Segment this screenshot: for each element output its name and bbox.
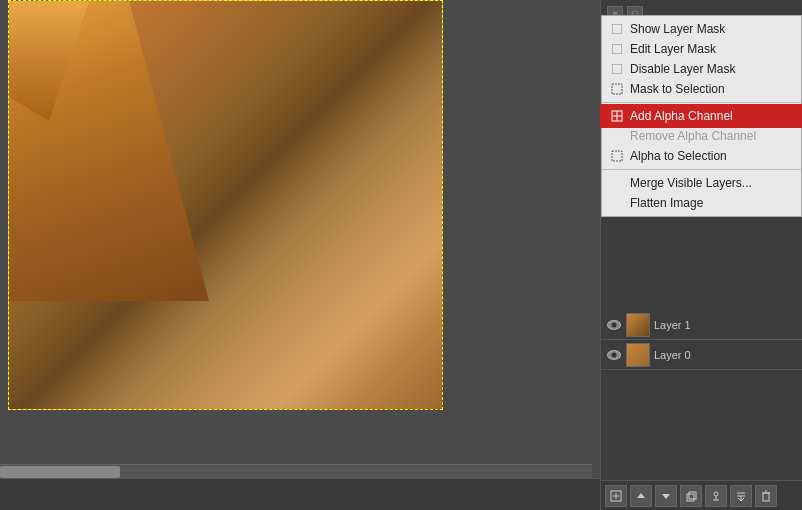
layer-thumb-1	[626, 343, 650, 367]
separator-2	[602, 169, 801, 170]
layer-visibility-1[interactable]	[605, 346, 623, 364]
h-scrollbar[interactable]	[0, 464, 592, 478]
canvas-image	[8, 0, 443, 410]
edit-layer-mask-label: Edit Layer Mask	[630, 42, 716, 56]
merge-down-icon	[735, 490, 747, 502]
anchor-layer-button[interactable]	[705, 485, 727, 507]
lower-layer-icon	[661, 491, 671, 501]
svg-rect-19	[763, 493, 769, 501]
svg-rect-3	[612, 84, 622, 94]
canvas-area	[0, 0, 600, 510]
remove-alpha-icon	[610, 129, 624, 143]
lower-layer-button[interactable]	[655, 485, 677, 507]
add-alpha-channel-label: Add Alpha Channel	[630, 109, 733, 123]
svg-rect-1	[612, 44, 622, 54]
duplicate-layer-button[interactable]	[680, 485, 702, 507]
flatten-image-label: Flatten Image	[630, 196, 703, 210]
layer-thumb-0	[626, 313, 650, 337]
svg-rect-0	[612, 24, 622, 34]
checkbox-icon2	[612, 44, 622, 54]
checkbox-show-layer-mask	[610, 22, 624, 36]
checkbox-icon	[612, 24, 622, 34]
menu-item-show-layer-mask[interactable]: Show Layer Mask	[602, 19, 801, 39]
layer-name-0: Layer 1	[654, 319, 691, 331]
svg-rect-12	[689, 492, 696, 499]
anchor-icon	[710, 490, 722, 502]
svg-point-13	[714, 492, 718, 496]
alpha-to-selection-label: Alpha to Selection	[630, 149, 727, 163]
new-layer-icon	[610, 490, 622, 502]
selection-icon	[611, 83, 623, 95]
layer-item-1[interactable]: Layer 0	[601, 340, 802, 370]
menu-item-alpha-to-selection[interactable]: Alpha to Selection	[602, 146, 801, 166]
menu-item-remove-alpha-channel[interactable]: Remove Alpha Channel	[602, 126, 801, 146]
layer-visibility-0[interactable]	[605, 316, 623, 334]
svg-rect-11	[687, 494, 694, 501]
menu-item-add-alpha-channel[interactable]: Add Alpha Channel	[602, 106, 801, 126]
add-alpha-icon	[610, 109, 624, 123]
delete-layer-icon	[760, 490, 772, 502]
layer-bottom-toolbar	[601, 480, 802, 510]
mask-to-selection-icon	[610, 82, 624, 96]
scrollbar-thumb[interactable]	[0, 466, 120, 478]
checkbox-edit-layer-mask	[610, 42, 624, 56]
remove-alpha-channel-label: Remove Alpha Channel	[630, 129, 756, 143]
menu-item-flatten-image[interactable]: Flatten Image	[602, 193, 801, 213]
menu-item-mask-to-selection[interactable]: Mask to Selection	[602, 79, 801, 99]
svg-rect-2	[612, 64, 622, 74]
raise-layer-button[interactable]	[630, 485, 652, 507]
merge-visible-layers-label: Merge Visible Layers...	[630, 176, 752, 190]
alpha-channel-icon	[611, 110, 623, 122]
merge-visible-icon	[610, 176, 624, 190]
new-layer-button[interactable]	[605, 485, 627, 507]
context-menu: Show Layer Mask Edit Layer Mask Disable …	[601, 15, 802, 217]
show-layer-mask-label: Show Layer Mask	[630, 22, 725, 36]
duplicate-layer-icon	[685, 490, 697, 502]
disable-layer-mask-label: Disable Layer Mask	[630, 62, 735, 76]
right-panel: ≡ □ Mod Normal ▼ Opac Lock: Show Layer M…	[600, 0, 802, 510]
menu-item-edit-layer-mask[interactable]: Edit Layer Mask	[602, 39, 801, 59]
svg-rect-7	[612, 151, 622, 161]
mask-to-selection-label: Mask to Selection	[630, 82, 725, 96]
delete-layer-button[interactable]	[755, 485, 777, 507]
alpha-to-selection-icon	[610, 149, 624, 163]
eye-icon-0	[607, 320, 621, 330]
menu-item-disable-layer-mask[interactable]: Disable Layer Mask	[602, 59, 801, 79]
layer-item-0[interactable]: Layer 1	[601, 310, 802, 340]
checkbox-disable-layer-mask	[610, 62, 624, 76]
layer-name-1: Layer 0	[654, 349, 691, 361]
canvas-bottom-bar	[0, 478, 600, 510]
separator-1	[602, 102, 801, 103]
alpha-sel-icon	[611, 150, 623, 162]
raise-layer-icon	[636, 491, 646, 501]
eye-icon-1	[607, 350, 621, 360]
layer-list: Layer 1 Layer 0	[601, 310, 802, 480]
flatten-icon	[610, 196, 624, 210]
menu-item-merge-visible-layers[interactable]: Merge Visible Layers...	[602, 173, 801, 193]
merge-down-button[interactable]	[730, 485, 752, 507]
checkbox-icon3	[612, 64, 622, 74]
